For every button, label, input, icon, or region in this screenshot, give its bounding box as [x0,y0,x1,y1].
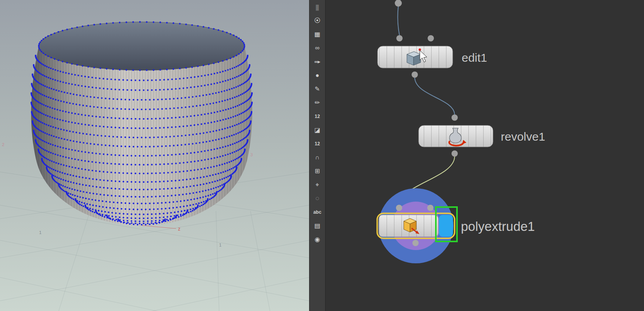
eyedropper-icon[interactable]: ✏ [310,96,324,109]
input-connector[interactable] [396,35,403,41]
dotted-circle-icon[interactable]: ◌ [310,191,324,205]
select-region-icon[interactable]: ⊞ [310,164,324,178]
curve-handle-icon[interactable]: ∩ [310,150,324,164]
input-connector[interactable] [427,205,434,211]
view-gimbal-icon[interactable]: ⦿ [310,14,324,27]
node-revolve1[interactable]: revolve1 [419,114,545,157]
text-abc-icon[interactable]: abc [310,205,324,219]
wire-into-edit1 [398,6,399,35]
prim-count-flag-icon[interactable]: 12 [310,137,324,150]
glasses-icon[interactable]: ∞ [310,41,324,55]
location-pin-icon[interactable]: ◉ [310,232,324,246]
node-polyextrude1[interactable]: polyextrude1 [377,188,535,263]
grid-tick-label: 1 [219,243,221,247]
node-label-polyextrude1: polyextrude1 [461,219,535,234]
input-connector[interactable] [452,114,458,121]
grid-tick-label: 3 [250,152,253,157]
sculpt-icon[interactable]: ◪ [310,123,324,137]
grid-tick-label: 2 [2,142,4,147]
point-count-icon[interactable]: 12 [310,109,324,123]
scene-viewport[interactable]: z 2 3 1 1 [0,0,309,311]
input-connector[interactable] [428,35,434,41]
output-connector[interactable] [412,71,418,78]
edit-node-icon [407,52,421,65]
node-edit1[interactable]: edit1 [378,35,487,78]
grid-tick-label: 1 [39,230,41,235]
brush-icon[interactable]: ✎ [310,82,324,96]
node-label-edit1: edit1 [462,51,487,64]
snap-axis-icon[interactable]: ⌖ [310,178,324,191]
output-connector[interactable] [412,240,419,246]
image-icon[interactable]: ▤ [310,219,324,232]
input-connector[interactable] [396,205,402,211]
viewport-toolbar: ▮ ⦿ ▦ ∞ ∞▸ ● ✎ ✏ 12 ◪ 12 ∩ ⊞ ⌖ ◌ abc ▤ ◉ [309,0,326,311]
glasses-play-icon[interactable]: ∞▸ [310,55,324,68]
z-axis-label: z [178,226,180,232]
handle-icon[interactable]: ▮ [310,0,324,14]
point-icon[interactable]: ● [310,68,324,82]
wire-edit1-revolve1 [415,78,455,114]
checkerboard-icon[interactable]: ▦ [310,27,324,41]
output-connector[interactable] [452,150,458,157]
display-flag[interactable] [439,215,453,237]
bowl-surface-edges [31,46,252,226]
node-label-revolve1: revolve1 [501,130,545,143]
houdini-window: z 2 3 1 1 ▮ ⦿ ▦ ∞ ∞▸ ● ✎ ✏ 12 ◪ 12 ∩ ⊞ ⌖… [0,0,644,311]
network-editor[interactable]: edit1 revolve1 [326,0,644,311]
connector-dot[interactable] [395,0,402,7]
